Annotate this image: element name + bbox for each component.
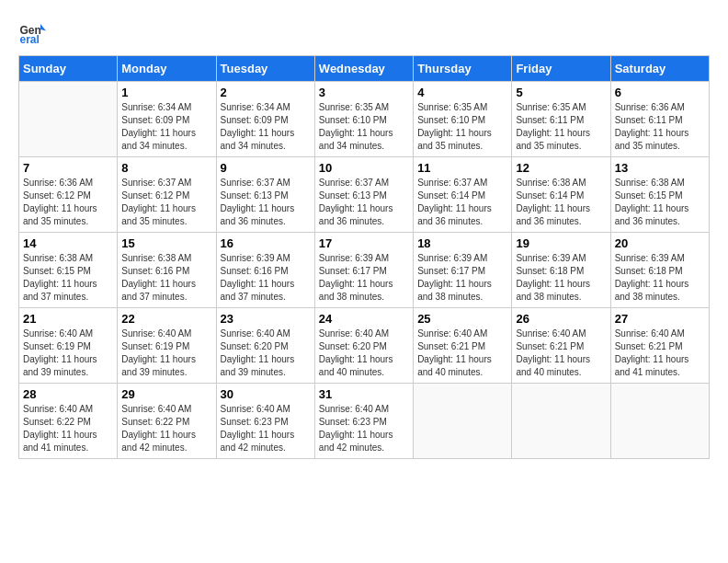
svg-text:eral: eral [20,33,40,46]
day-number: 3 [319,86,409,99]
calendar-cell: 16Sunrise: 6:39 AM Sunset: 6:16 PM Dayli… [216,233,314,308]
col-header-monday: Monday [118,56,216,82]
day-number: 8 [121,161,211,175]
day-info: Sunrise: 6:40 AM Sunset: 6:23 PM Dayligh… [221,403,311,454]
day-number: 1 [121,86,211,99]
calendar-cell: 8Sunrise: 6:37 AM Sunset: 6:12 PM Daylig… [118,157,216,233]
day-info: Sunrise: 6:40 AM Sunset: 6:22 PM Dayligh… [23,403,113,454]
day-number: 6 [615,86,705,99]
calendar-cell: 12Sunrise: 6:38 AM Sunset: 6:14 PM Dayli… [512,157,610,233]
day-info: Sunrise: 6:35 AM Sunset: 6:10 PM Dayligh… [417,101,507,153]
calendar-cell: 11Sunrise: 6:37 AM Sunset: 6:14 PM Dayli… [414,157,512,233]
calendar-cell [19,82,118,157]
day-number: 23 [221,312,311,326]
page-header: Gen eral [18,18,710,46]
col-header-thursday: Thursday [414,56,512,82]
calendar-cell: 21Sunrise: 6:40 AM Sunset: 6:19 PM Dayli… [19,308,118,384]
day-info: Sunrise: 6:39 AM Sunset: 6:18 PM Dayligh… [615,252,705,304]
calendar-cell: 24Sunrise: 6:40 AM Sunset: 6:20 PM Dayli… [314,308,413,384]
calendar-cell: 30Sunrise: 6:40 AM Sunset: 6:23 PM Dayli… [216,384,314,459]
day-number: 11 [417,161,507,175]
day-info: Sunrise: 6:40 AM Sunset: 6:20 PM Dayligh… [319,327,409,379]
day-number: 29 [121,387,211,401]
day-number: 31 [319,387,409,401]
day-info: Sunrise: 6:40 AM Sunset: 6:19 PM Dayligh… [23,327,113,379]
calendar-cell: 22Sunrise: 6:40 AM Sunset: 6:19 PM Dayli… [118,308,216,384]
calendar-week-row: 21Sunrise: 6:40 AM Sunset: 6:19 PM Dayli… [19,308,710,384]
col-header-saturday: Saturday [610,56,709,82]
day-info: Sunrise: 6:35 AM Sunset: 6:11 PM Dayligh… [516,101,606,153]
calendar-week-row: 28Sunrise: 6:40 AM Sunset: 6:22 PM Dayli… [19,384,710,459]
calendar-cell: 2Sunrise: 6:34 AM Sunset: 6:09 PM Daylig… [216,82,314,157]
day-info: Sunrise: 6:40 AM Sunset: 6:23 PM Dayligh… [319,403,409,454]
day-info: Sunrise: 6:35 AM Sunset: 6:10 PM Dayligh… [319,101,409,153]
col-header-sunday: Sunday [19,56,118,82]
calendar-cell [512,384,610,459]
calendar-cell: 5Sunrise: 6:35 AM Sunset: 6:11 PM Daylig… [512,82,610,157]
day-info: Sunrise: 6:37 AM Sunset: 6:13 PM Dayligh… [221,177,311,228]
calendar-cell: 17Sunrise: 6:39 AM Sunset: 6:17 PM Dayli… [314,233,413,308]
calendar-cell: 9Sunrise: 6:37 AM Sunset: 6:13 PM Daylig… [216,157,314,233]
day-number: 2 [221,86,311,99]
day-number: 20 [615,236,705,250]
calendar-cell: 23Sunrise: 6:40 AM Sunset: 6:20 PM Dayli… [216,308,314,384]
calendar-cell: 27Sunrise: 6:40 AM Sunset: 6:21 PM Dayli… [610,308,709,384]
logo-icon: Gen eral [18,18,46,46]
day-number: 26 [516,312,606,326]
day-info: Sunrise: 6:36 AM Sunset: 6:11 PM Dayligh… [615,101,705,153]
day-number: 7 [23,161,113,175]
col-header-friday: Friday [512,56,610,82]
calendar-table: SundayMondayTuesdayWednesdayThursdayFrid… [18,55,710,459]
day-number: 14 [23,236,113,250]
calendar-cell: 28Sunrise: 6:40 AM Sunset: 6:22 PM Dayli… [19,384,118,459]
calendar-cell: 14Sunrise: 6:38 AM Sunset: 6:15 PM Dayli… [19,233,118,308]
day-number: 25 [417,312,507,326]
day-info: Sunrise: 6:39 AM Sunset: 6:18 PM Dayligh… [516,252,606,304]
day-number: 18 [417,236,507,250]
day-info: Sunrise: 6:38 AM Sunset: 6:15 PM Dayligh… [23,252,113,304]
col-header-wednesday: Wednesday [314,56,413,82]
calendar-header-row: SundayMondayTuesdayWednesdayThursdayFrid… [19,56,710,82]
logo: Gen eral [18,18,50,46]
day-info: Sunrise: 6:40 AM Sunset: 6:21 PM Dayligh… [417,327,507,379]
day-number: 16 [221,236,311,250]
calendar-cell: 4Sunrise: 6:35 AM Sunset: 6:10 PM Daylig… [414,82,512,157]
day-info: Sunrise: 6:37 AM Sunset: 6:12 PM Dayligh… [121,177,211,228]
day-number: 5 [516,86,606,99]
calendar-cell: 26Sunrise: 6:40 AM Sunset: 6:21 PM Dayli… [512,308,610,384]
day-number: 27 [615,312,705,326]
day-number: 19 [516,236,606,250]
day-number: 28 [23,387,113,401]
day-info: Sunrise: 6:39 AM Sunset: 6:17 PM Dayligh… [417,252,507,304]
calendar-cell [610,384,709,459]
day-info: Sunrise: 6:40 AM Sunset: 6:19 PM Dayligh… [121,327,211,379]
calendar-cell: 15Sunrise: 6:38 AM Sunset: 6:16 PM Dayli… [118,233,216,308]
day-number: 9 [221,161,311,175]
calendar-cell: 18Sunrise: 6:39 AM Sunset: 6:17 PM Dayli… [414,233,512,308]
day-info: Sunrise: 6:40 AM Sunset: 6:21 PM Dayligh… [516,327,606,379]
day-info: Sunrise: 6:40 AM Sunset: 6:20 PM Dayligh… [221,327,311,379]
calendar-cell: 29Sunrise: 6:40 AM Sunset: 6:22 PM Dayli… [118,384,216,459]
calendar-cell: 6Sunrise: 6:36 AM Sunset: 6:11 PM Daylig… [610,82,709,157]
calendar-cell: 10Sunrise: 6:37 AM Sunset: 6:13 PM Dayli… [314,157,413,233]
day-info: Sunrise: 6:40 AM Sunset: 6:21 PM Dayligh… [615,327,705,379]
col-header-tuesday: Tuesday [216,56,314,82]
calendar-cell: 20Sunrise: 6:39 AM Sunset: 6:18 PM Dayli… [610,233,709,308]
calendar-cell: 1Sunrise: 6:34 AM Sunset: 6:09 PM Daylig… [118,82,216,157]
day-info: Sunrise: 6:38 AM Sunset: 6:14 PM Dayligh… [516,177,606,228]
day-info: Sunrise: 6:40 AM Sunset: 6:22 PM Dayligh… [121,403,211,454]
calendar-cell: 25Sunrise: 6:40 AM Sunset: 6:21 PM Dayli… [414,308,512,384]
calendar-cell: 7Sunrise: 6:36 AM Sunset: 6:12 PM Daylig… [19,157,118,233]
day-number: 17 [319,236,409,250]
day-info: Sunrise: 6:37 AM Sunset: 6:14 PM Dayligh… [417,177,507,228]
day-info: Sunrise: 6:38 AM Sunset: 6:16 PM Dayligh… [121,252,211,304]
calendar-week-row: 7Sunrise: 6:36 AM Sunset: 6:12 PM Daylig… [19,157,710,233]
day-number: 24 [319,312,409,326]
calendar-cell: 31Sunrise: 6:40 AM Sunset: 6:23 PM Dayli… [314,384,413,459]
calendar-cell: 13Sunrise: 6:38 AM Sunset: 6:15 PM Dayli… [610,157,709,233]
calendar-week-row: 1Sunrise: 6:34 AM Sunset: 6:09 PM Daylig… [19,82,710,157]
day-info: Sunrise: 6:39 AM Sunset: 6:17 PM Dayligh… [319,252,409,304]
day-info: Sunrise: 6:36 AM Sunset: 6:12 PM Dayligh… [23,177,113,228]
day-info: Sunrise: 6:39 AM Sunset: 6:16 PM Dayligh… [221,252,311,304]
day-number: 22 [121,312,211,326]
